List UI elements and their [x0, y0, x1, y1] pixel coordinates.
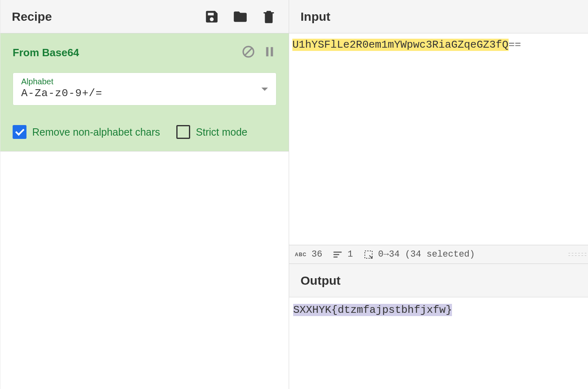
- lines-icon: [333, 250, 342, 259]
- output-title: Output: [301, 274, 577, 288]
- recipe-title: Recipe: [12, 10, 203, 24]
- recipe-header: Recipe: [0, 0, 289, 33]
- selection-info: 0→34 (34 selected): [364, 249, 475, 259]
- alphabet-value: A-Za-z0-9+/=: [21, 87, 268, 99]
- folder-icon[interactable]: [232, 8, 249, 25]
- remove-nonalpha-checkbox[interactable]: Remove non-alphabet chars: [13, 125, 160, 139]
- operation-title: From Base64: [13, 46, 234, 59]
- operation-header: From Base64: [13, 45, 276, 60]
- pause-icon[interactable]: [263, 45, 276, 60]
- svg-rect-3: [271, 47, 273, 57]
- input-header: Input: [289, 0, 588, 33]
- operation-options: Remove non-alphabet chars Strict mode: [13, 125, 276, 139]
- output-header: Output: [289, 264, 588, 297]
- output-highlighted-text: SXXHYK{dtzmfajpstbhfjxfw}: [293, 304, 452, 316]
- strict-mode-checkbox[interactable]: Strict mode: [176, 125, 247, 139]
- input-tail-text: ==: [509, 39, 521, 51]
- svg-rect-2: [266, 47, 269, 57]
- chevron-down-icon: [261, 88, 268, 91]
- trash-icon[interactable]: [260, 8, 277, 25]
- checkbox-unchecked-icon: [176, 125, 190, 139]
- abc-icon: ABC: [295, 252, 307, 257]
- char-count: ABC 36: [295, 249, 322, 259]
- input-status-bar: ABC 36 1 0→34 (34 selected): [289, 245, 588, 264]
- operation-from-base64: From Base64 Alphabet A-Za-z0-9+/= Remove…: [0, 33, 289, 152]
- selection-text: 0→34 (34 selected): [378, 249, 475, 259]
- save-icon[interactable]: [203, 8, 220, 25]
- char-count-value: 36: [312, 249, 322, 259]
- input-highlighted-text: U1hYSFlLe2R0em1mYWpwc3RiaGZqeGZ3fQ: [292, 39, 509, 51]
- strict-mode-label: Strict mode: [196, 126, 247, 138]
- checkbox-checked-icon: [13, 125, 26, 139]
- recipe-panel: Recipe From Base64 Alphabet A-Za-z: [0, 0, 289, 389]
- resize-handle[interactable]: [568, 245, 586, 264]
- remove-nonalpha-label: Remove non-alphabet chars: [32, 126, 160, 138]
- svg-line-1: [245, 48, 252, 55]
- input-text-area[interactable]: U1hYSFlLe2R0em1mYWpwc3RiaGZqeGZ3fQ==: [289, 33, 588, 245]
- line-count-value: 1: [347, 249, 353, 259]
- selection-icon: [364, 250, 373, 259]
- alphabet-select[interactable]: Alphabet A-Za-z0-9+/=: [13, 73, 276, 105]
- recipe-header-icons: [203, 8, 277, 25]
- disable-icon[interactable]: [241, 45, 255, 60]
- line-count: 1: [333, 249, 353, 259]
- alphabet-label: Alphabet: [21, 77, 268, 86]
- io-panel: Input U1hYSFlLe2R0em1mYWpwc3RiaGZqeGZ3fQ…: [289, 0, 588, 389]
- output-text-area[interactable]: SXXHYK{dtzmfajpstbhfjxfw}: [289, 297, 588, 323]
- input-title: Input: [301, 10, 577, 24]
